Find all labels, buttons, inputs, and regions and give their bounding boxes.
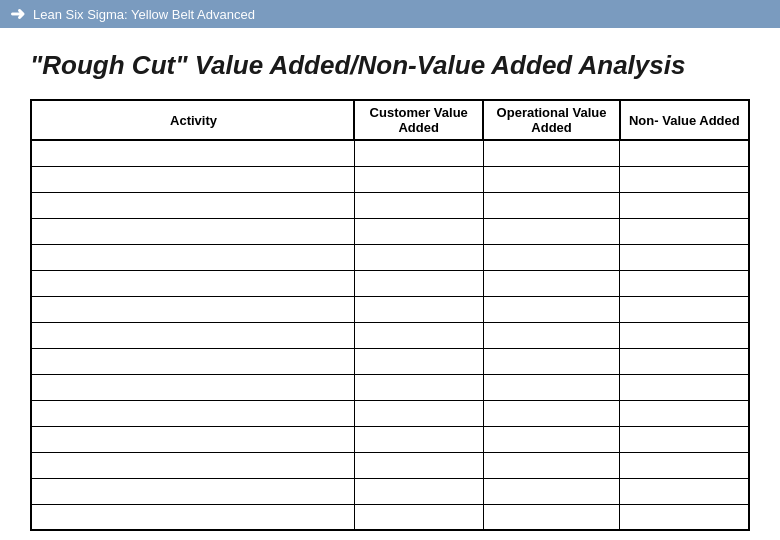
- table-row: [31, 504, 749, 530]
- table-cell: [620, 504, 749, 530]
- table-cell: [620, 192, 749, 218]
- table-cell: [483, 218, 619, 244]
- table-cell: [354, 218, 483, 244]
- table-cell: [31, 140, 354, 166]
- table-cell: [620, 322, 749, 348]
- table-cell: [354, 270, 483, 296]
- table-cell: [354, 348, 483, 374]
- col-header-activity: Activity: [31, 100, 354, 140]
- table-row: [31, 374, 749, 400]
- table-cell: [620, 426, 749, 452]
- table-row: [31, 426, 749, 452]
- table-cell: [483, 270, 619, 296]
- table-cell: [354, 478, 483, 504]
- table-cell: [620, 218, 749, 244]
- table-cell: [620, 296, 749, 322]
- table-cell: [620, 166, 749, 192]
- table-cell: [354, 296, 483, 322]
- table-row: [31, 140, 749, 166]
- table-cell: [483, 478, 619, 504]
- table-cell: [620, 374, 749, 400]
- table-cell: [483, 244, 619, 270]
- table-cell: [31, 218, 354, 244]
- table-row: [31, 218, 749, 244]
- table-cell: [31, 270, 354, 296]
- table-cell: [483, 374, 619, 400]
- table-cell: [31, 244, 354, 270]
- table-cell: [354, 244, 483, 270]
- table-cell: [354, 374, 483, 400]
- table-cell: [620, 400, 749, 426]
- table-cell: [31, 478, 354, 504]
- col-header-non-value: Non- Value Added: [620, 100, 749, 140]
- table-cell: [31, 322, 354, 348]
- table-cell: [620, 452, 749, 478]
- table-row: [31, 348, 749, 374]
- table-cell: [483, 192, 619, 218]
- table-cell: [483, 426, 619, 452]
- table-cell: [483, 322, 619, 348]
- main-content: "Rough Cut" Value Added/Non-Value Added …: [0, 28, 780, 540]
- analysis-table: Activity Customer Value Added Operationa…: [30, 99, 750, 531]
- table-cell: [483, 166, 619, 192]
- header-title: Lean Six Sigma: Yellow Belt Advanced: [33, 7, 255, 22]
- table-cell: [354, 426, 483, 452]
- table-cell: [354, 140, 483, 166]
- table-cell: [31, 400, 354, 426]
- table-cell: [354, 166, 483, 192]
- table-row: [31, 296, 749, 322]
- table-cell: [354, 192, 483, 218]
- col-header-operational: Operational Value Added: [483, 100, 619, 140]
- table-row: [31, 192, 749, 218]
- table-cell: [31, 374, 354, 400]
- table-row: [31, 322, 749, 348]
- table-cell: [620, 270, 749, 296]
- arrow-icon: ➜: [10, 3, 25, 25]
- table-cell: [483, 140, 619, 166]
- table-cell: [31, 504, 354, 530]
- table-cell: [483, 452, 619, 478]
- table-row: [31, 244, 749, 270]
- table-row: [31, 270, 749, 296]
- table-row: [31, 166, 749, 192]
- table-cell: [620, 244, 749, 270]
- table-cell: [31, 452, 354, 478]
- table-cell: [31, 296, 354, 322]
- table-cell: [31, 192, 354, 218]
- page-title: "Rough Cut" Value Added/Non-Value Added …: [30, 50, 750, 81]
- table-cell: [31, 166, 354, 192]
- table-cell: [483, 400, 619, 426]
- table-cell: [483, 504, 619, 530]
- table-cell: [483, 348, 619, 374]
- table-row: [31, 400, 749, 426]
- table-cell: [31, 348, 354, 374]
- header-bar: ➜ Lean Six Sigma: Yellow Belt Advanced: [0, 0, 780, 28]
- table-cell: [483, 296, 619, 322]
- table-cell: [620, 348, 749, 374]
- table-row: [31, 452, 749, 478]
- table-cell: [620, 478, 749, 504]
- table-row: [31, 478, 749, 504]
- table-cell: [354, 400, 483, 426]
- table-cell: [354, 504, 483, 530]
- table-cell: [31, 426, 354, 452]
- table-cell: [354, 322, 483, 348]
- table-cell: [354, 452, 483, 478]
- table-cell: [620, 140, 749, 166]
- col-header-customer-value: Customer Value Added: [354, 100, 483, 140]
